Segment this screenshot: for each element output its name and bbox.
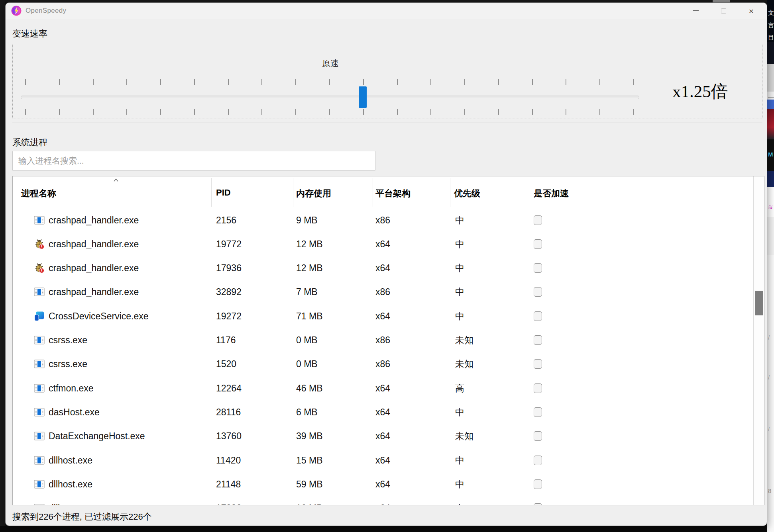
table-row[interactable]: crashpad_handler.exe 2156 9 MB x86 中 bbox=[13, 208, 764, 232]
process-priority: 中 bbox=[455, 502, 464, 505]
minimize-button[interactable] bbox=[686, 3, 705, 19]
table-row[interactable]: crashpad_handler.exe 17936 12 MB x64 中 bbox=[13, 256, 764, 280]
slider-tick bbox=[329, 79, 330, 85]
process-pid: 19272 bbox=[216, 311, 242, 321]
process-arch: x86 bbox=[375, 335, 390, 346]
close-icon: × bbox=[749, 7, 754, 15]
header-separator bbox=[450, 178, 450, 207]
table-scrollbar[interactable] bbox=[753, 176, 764, 505]
background-sliver-block bbox=[767, 187, 774, 199]
exe-icon bbox=[34, 407, 45, 417]
slider-tick bbox=[464, 109, 465, 115]
exe-icon bbox=[34, 455, 45, 465]
table-row[interactable]: dllhost.exe 11420 15 MB x64 中 bbox=[13, 448, 764, 472]
table-row[interactable]: dllhost.exe 17832 16 MB x64 中 bbox=[13, 496, 764, 505]
process-memory: 0 MB bbox=[296, 335, 318, 346]
accelerate-checkbox[interactable] bbox=[534, 311, 542, 321]
process-pid: 17832 bbox=[216, 503, 242, 505]
process-table: 进程名称 PID 内存使用 平台架构 优先级 是否加速 crashpad_han… bbox=[12, 176, 764, 505]
process-pid: 32892 bbox=[216, 287, 242, 297]
accelerate-checkbox[interactable] bbox=[534, 359, 542, 369]
exe-icon bbox=[34, 479, 45, 489]
process-arch: x64 bbox=[375, 479, 390, 489]
slider-track[interactable] bbox=[21, 96, 639, 99]
slider-tick bbox=[397, 109, 398, 115]
close-button[interactable]: × bbox=[741, 3, 761, 19]
slider-tick bbox=[25, 109, 26, 115]
slider-handle[interactable] bbox=[359, 86, 367, 108]
accelerate-checkbox[interactable] bbox=[534, 407, 542, 417]
slider-tick bbox=[498, 79, 499, 85]
background-sliver-block: M bbox=[767, 139, 774, 171]
title-bar[interactable]: OpenSpeedy × bbox=[6, 3, 767, 19]
exe-icon bbox=[34, 359, 45, 370]
slider-tick bbox=[363, 109, 364, 115]
table-row[interactable]: CrossDeviceService.exe 19272 71 MB x64 中 bbox=[13, 304, 764, 328]
table-row[interactable]: DataExchangeHost.exe 13760 39 MB x64 未知 bbox=[13, 424, 764, 448]
table-row[interactable]: dllhost.exe 21148 59 MB x64 中 bbox=[13, 472, 764, 496]
background-sliver-block bbox=[767, 100, 774, 109]
accelerate-checkbox[interactable] bbox=[534, 335, 542, 345]
process-pid: 1176 bbox=[216, 335, 236, 346]
table-row[interactable]: csrss.exe 1176 0 MB x86 未知 bbox=[13, 328, 764, 352]
process-name: dllhost.exe bbox=[49, 503, 92, 505]
header-separator bbox=[531, 178, 531, 207]
speed-section-label: 变速速率 bbox=[12, 28, 47, 40]
process-name: crashpad_handler.exe bbox=[49, 215, 139, 225]
process-name: crashpad_handler.exe bbox=[49, 263, 139, 274]
accelerate-checkbox[interactable] bbox=[534, 456, 542, 465]
scrollbar-thumb[interactable] bbox=[755, 291, 763, 315]
accelerate-checkbox[interactable] bbox=[534, 479, 542, 489]
column-header-pid[interactable]: PID bbox=[216, 188, 231, 198]
minimize-icon bbox=[693, 10, 699, 11]
status-bar-text: 搜索到226个进程, 已过滤展示226个 bbox=[12, 511, 152, 523]
process-priority: 中 bbox=[455, 214, 464, 226]
speed-slider-panel: 原速 x1.25倍 bbox=[12, 44, 762, 119]
process-priority: 中 bbox=[455, 406, 464, 418]
table-row[interactable]: dasHost.exe 28116 6 MB x64 中 bbox=[13, 400, 764, 424]
process-memory: 0 MB bbox=[296, 359, 318, 370]
process-priority: 未知 bbox=[455, 430, 473, 442]
maximize-button[interactable] bbox=[713, 3, 733, 19]
slider-tick bbox=[363, 79, 364, 85]
accelerate-checkbox[interactable] bbox=[534, 503, 542, 505]
table-row[interactable]: csrss.exe 1520 0 MB x86 未知 bbox=[13, 352, 764, 376]
table-row[interactable]: crashpad_handler.exe 32892 7 MB x86 中 bbox=[13, 280, 764, 304]
process-arch: x86 bbox=[375, 287, 390, 297]
background-sliver-block: ≋ bbox=[767, 199, 774, 217]
slider-tick bbox=[126, 79, 127, 85]
slider-tick bbox=[329, 109, 330, 115]
accelerate-checkbox[interactable] bbox=[534, 287, 542, 297]
process-memory: 15 MB bbox=[296, 455, 322, 465]
column-header-priority[interactable]: 优先级 bbox=[454, 188, 480, 200]
process-arch: x64 bbox=[375, 455, 390, 465]
slider-tick bbox=[59, 109, 60, 115]
process-priority: 未知 bbox=[455, 334, 473, 346]
table-header: 进程名称 PID 内存使用 平台架构 优先级 是否加速 bbox=[13, 176, 764, 208]
column-header-accelerate[interactable]: 是否加速 bbox=[534, 188, 569, 200]
column-header-memory[interactable]: 内存使用 bbox=[296, 188, 331, 200]
slider-tick bbox=[397, 79, 398, 85]
process-priority: 中 bbox=[455, 262, 464, 274]
table-row[interactable]: crashpad_handler.exe 19772 12 MB x64 中 bbox=[13, 232, 764, 256]
process-name: CrossDeviceService.exe bbox=[49, 311, 149, 321]
process-memory: 12 MB bbox=[296, 239, 322, 249]
app-logo-icon bbox=[11, 6, 22, 16]
process-pid: 12264 bbox=[216, 383, 242, 393]
accelerate-checkbox[interactable] bbox=[534, 239, 542, 249]
column-header-name[interactable]: 进程名称 bbox=[21, 188, 56, 200]
column-header-arch[interactable]: 平台架构 bbox=[375, 188, 411, 200]
table-row[interactable]: ctfmon.exe 12264 46 MB x64 高 bbox=[13, 376, 764, 400]
accelerate-checkbox[interactable] bbox=[534, 431, 542, 441]
accelerate-checkbox[interactable] bbox=[534, 263, 542, 273]
accelerate-checkbox[interactable] bbox=[534, 215, 542, 225]
exe-icon bbox=[34, 503, 45, 505]
slider-tick bbox=[295, 109, 296, 115]
search-input[interactable] bbox=[12, 151, 375, 171]
exe-icon bbox=[34, 383, 45, 393]
slider-tick bbox=[93, 109, 94, 115]
background-sliver-block bbox=[767, 109, 774, 139]
accelerate-checkbox[interactable] bbox=[534, 383, 542, 393]
process-priority: 中 bbox=[455, 238, 464, 250]
slider-tick bbox=[194, 109, 195, 115]
